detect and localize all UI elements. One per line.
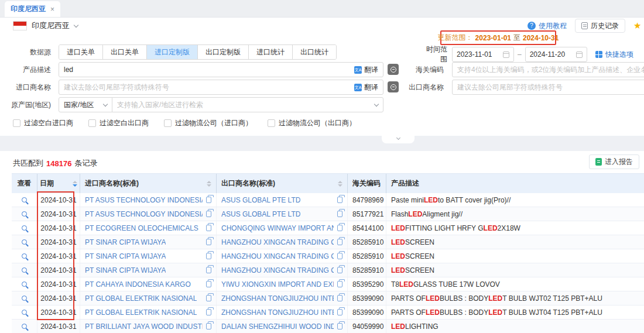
view-search-icon[interactable] <box>22 225 27 231</box>
copy-icon[interactable] <box>206 295 211 301</box>
view-cell[interactable] <box>12 249 37 263</box>
filter-checkbox-0[interactable]: 过滤空白进口商 <box>13 118 73 128</box>
importer-link[interactable]: PT GLOBAL ELEKTRIK NASIONAL <box>85 294 197 303</box>
filter-checkbox-3[interactable]: 过滤物流公司（出口商） <box>268 118 356 128</box>
view-search-icon[interactable] <box>22 211 27 217</box>
importer-link[interactable]: PT SINAR CIPTA WIJAYA <box>85 252 166 260</box>
importer-link[interactable]: PT BRILLIANT JAYA WOOD INDUSTRY <box>85 322 203 331</box>
checkbox-icon[interactable] <box>88 119 96 127</box>
sort-icon[interactable] <box>338 181 342 187</box>
copy-icon[interactable] <box>337 295 342 301</box>
copy-icon[interactable] <box>206 253 211 259</box>
datasource-tab-2[interactable]: 进口定制版 <box>147 45 198 59</box>
copy-icon[interactable] <box>337 253 342 259</box>
col-header-exporter[interactable]: 出口商名称(标准) <box>217 174 348 193</box>
close-icon[interactable]: × <box>50 5 54 13</box>
copy-icon[interactable] <box>337 239 342 245</box>
origin-country-field[interactable] <box>112 97 383 112</box>
exporter-link[interactable]: HANGZHOU XINGCAN TRADING CO LTD <box>221 238 334 246</box>
copy-icon[interactable] <box>206 225 211 231</box>
date-from-box[interactable] <box>452 47 514 62</box>
checkbox-icon[interactable] <box>268 119 275 127</box>
col-header-date[interactable]: 日期 <box>37 174 80 193</box>
product-desc-input[interactable] <box>64 66 354 74</box>
sort-icon[interactable] <box>207 181 211 187</box>
copy-icon[interactable] <box>337 281 342 287</box>
copy-icon[interactable] <box>337 267 342 273</box>
filter-checkbox-1[interactable]: 过滤空白出口商 <box>88 118 149 128</box>
quick-options-button[interactable]: 快捷选项 <box>595 50 633 60</box>
exporter-link[interactable]: ZHONGSHAN TONGJIUZHOU INTERNA... <box>221 294 334 303</box>
chevron-down-icon[interactable] <box>74 22 78 27</box>
exporter-link[interactable]: HANGZHOU XINGCAN TRADING CO LTD <box>221 266 334 274</box>
view-search-icon[interactable] <box>22 253 27 259</box>
view-cell[interactable] <box>12 235 37 249</box>
filter-checkbox-2[interactable]: 过滤物流公司（进口商） <box>164 118 252 128</box>
view-cell[interactable] <box>12 291 37 305</box>
copy-icon[interactable] <box>206 267 211 273</box>
exporter-link[interactable]: ZHONGSHAN TONGJIUZHOU INTERNA... <box>221 308 334 317</box>
view-cell[interactable] <box>12 193 37 207</box>
date-to-box[interactable] <box>525 47 587 62</box>
view-search-icon[interactable] <box>22 267 27 273</box>
copy-icon[interactable] <box>206 211 211 217</box>
copy-icon[interactable] <box>206 197 211 203</box>
view-cell[interactable] <box>12 207 37 221</box>
copy-icon[interactable] <box>337 197 342 203</box>
calendar-icon[interactable] <box>576 52 583 58</box>
view-search-icon[interactable] <box>22 281 27 287</box>
enter-report-button[interactable]: 进入报告 <box>589 155 639 169</box>
copy-icon[interactable] <box>337 323 342 329</box>
collapse-panel-button[interactable] <box>382 136 415 143</box>
exporter-link[interactable]: ASUS GLOBAL PTE LTD <box>221 210 300 218</box>
origin-country-select[interactable]: 国家/地区 <box>59 97 112 112</box>
history-button[interactable]: 历史记录 <box>575 19 625 33</box>
view-cell[interactable] <box>12 305 37 319</box>
copy-icon[interactable] <box>206 323 211 329</box>
tab-indonesia[interactable]: 印度尼西亚 × <box>5 1 60 17</box>
hs-code-field[interactable] <box>452 62 644 77</box>
copy-icon[interactable] <box>337 309 342 315</box>
calendar-icon[interactable] <box>503 52 509 58</box>
view-search-icon[interactable] <box>22 324 27 329</box>
datasource-tab-0[interactable]: 进口关单 <box>59 45 103 59</box>
view-cell[interactable] <box>12 221 37 235</box>
datasource-tab-5[interactable]: 出口统计 <box>293 45 336 59</box>
origin-country-input[interactable] <box>117 101 370 109</box>
copy-icon[interactable] <box>337 211 342 217</box>
col-header-importer[interactable]: 进口商名称(标准) <box>80 174 217 193</box>
date-from-input[interactable] <box>457 50 503 59</box>
datasource-tab-1[interactable]: 出口关单 <box>103 45 147 59</box>
datasource-tab-4[interactable]: 进口统计 <box>249 45 293 59</box>
exporter-input[interactable] <box>457 83 644 91</box>
exporter-link[interactable]: DALIAN SHENGZHIHUI WOOD INDUST... <box>221 322 334 331</box>
importer-link[interactable]: PT GLOBAL ELEKTRIK NASIONAL <box>85 308 197 317</box>
exporter-link[interactable]: ASUS GLOBAL PTE LTD <box>221 196 300 204</box>
importer-link[interactable]: PT ASUS TECHNOLOGY INDONESIA BA... <box>85 196 203 204</box>
sort-icon[interactable] <box>73 181 77 187</box>
date-to-input[interactable] <box>530 50 576 59</box>
datasource-tab-3[interactable]: 出口定制版 <box>198 45 249 59</box>
exporter-link[interactable]: CHONGQING WINWAY IMPORT AND E... <box>221 224 334 232</box>
importer-link[interactable]: PT ASUS TECHNOLOGY INDONESIA BA... <box>85 210 203 218</box>
importer-field[interactable]: 文A 翻译 <box>59 80 383 95</box>
tutorial-link[interactable]: ? 使用教程 <box>527 21 567 31</box>
view-cell[interactable] <box>12 277 37 291</box>
copy-icon[interactable] <box>337 225 342 231</box>
copy-icon[interactable] <box>206 239 211 245</box>
country-selector-label[interactable]: 印度尼西亚 <box>32 20 70 31</box>
view-search-icon[interactable] <box>22 239 27 245</box>
exporter-link[interactable]: YIWU XIONGXIN IMPORT AND EXPORT... <box>221 280 334 289</box>
exporter-field[interactable] <box>452 80 644 95</box>
importer-link[interactable]: PT SINAR CIPTA WIJAYA <box>85 266 166 274</box>
favorite-star-icon[interactable]: ★ <box>633 20 640 31</box>
checkbox-icon[interactable] <box>13 119 20 127</box>
hs-code-input[interactable] <box>457 66 644 74</box>
importer-link[interactable]: PT CAHAYA INDONESIA KARGO <box>85 280 191 289</box>
view-search-icon[interactable] <box>22 296 27 301</box>
importer-link[interactable]: PT ECOGREEN OLEOCHEMICALS <box>85 224 198 232</box>
view-search-icon[interactable] <box>22 197 27 202</box>
importer-input[interactable] <box>64 83 354 91</box>
copy-icon[interactable] <box>206 309 211 315</box>
checkbox-icon[interactable] <box>164 119 172 127</box>
